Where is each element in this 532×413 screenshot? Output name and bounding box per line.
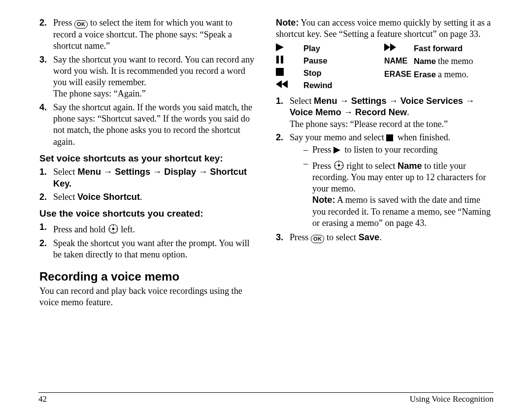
note-paragraph: Note: You can access voice memo quickly … — [276, 17, 493, 40]
text: left. — [121, 224, 135, 234]
text: right to select — [347, 161, 396, 171]
svg-marker-15 — [333, 147, 340, 154]
text: Select — [53, 167, 75, 177]
text: The phone says: “Again.” — [53, 89, 146, 98]
note-label: Note: — [276, 18, 299, 28]
text: the memo — [438, 56, 473, 67]
list-item: 2. Say your memo and select when finishe… — [276, 132, 493, 230]
dash-item: – Press right to select Name to title yo… — [303, 158, 493, 229]
menu-path: Menu → Settings → Voice Services → Voice… — [290, 96, 474, 117]
text: Press and hold — [53, 224, 105, 234]
step-number: 1. — [276, 95, 290, 130]
svg-point-17 — [338, 164, 340, 166]
step-number: 1. — [39, 222, 53, 235]
text: Press right to select Name to title your… — [312, 158, 493, 229]
svg-marker-10 — [276, 80, 282, 88]
stop-icon — [386, 133, 395, 144]
step-number: 1. — [39, 166, 53, 190]
text: Press — [290, 232, 308, 242]
ok-icon: OK — [311, 235, 325, 243]
list-item: 1. Select Menu → Settings → Display → Sh… — [39, 166, 256, 190]
step-number: 2. — [39, 17, 53, 52]
icon-label: Pause — [303, 56, 328, 66]
step-body: Press OK to select Save. — [290, 232, 493, 244]
step-body: Press and hold left. — [53, 222, 256, 235]
svg-marker-11 — [282, 80, 288, 88]
name-text-icon: NAME — [384, 56, 414, 66]
text: when finished. — [398, 132, 450, 142]
ok-icon: OK — [74, 20, 88, 29]
icon-row-pause: Pause — [276, 56, 384, 66]
text: Speak the shortcut you want after the pr… — [53, 238, 250, 259]
heading-recording: Recording a voice memo — [39, 269, 256, 285]
step-number: 2. — [276, 132, 290, 230]
step-body: Say the shortcut you want to record. You… — [53, 54, 256, 100]
text: Say the shortcut you want to record. You… — [53, 55, 254, 88]
svg-point-1 — [112, 228, 114, 230]
step-number: 2. — [39, 191, 53, 203]
columns: 2. Press OK to select the item for which… — [39, 17, 493, 391]
text: Say your memo and select — [290, 132, 384, 142]
text: A memo is saved with the date and time y… — [312, 195, 491, 228]
list-item: 3. Press OK to select Save. — [276, 232, 493, 244]
paragraph: You can record and play back voice recor… — [39, 286, 256, 309]
text: Say the shortcut again. If the words you… — [53, 102, 252, 147]
text: to listen to your recording — [345, 145, 438, 155]
text: Press — [312, 161, 331, 171]
icon-label: Erase — [414, 69, 436, 80]
page: 2. Press OK to select the item for which… — [0, 0, 532, 413]
svg-rect-7 — [276, 56, 279, 64]
text: Select — [53, 192, 75, 202]
list-item: 3. Say the shortcut you want to record. … — [39, 54, 256, 100]
text: a memo. — [438, 69, 468, 80]
icon-col-right: Fast forward NAME Name the memo ERASE Er… — [384, 43, 493, 93]
step-number: 3. — [276, 232, 290, 244]
icon-row-play: Play — [276, 43, 384, 54]
strong-text: Voice Shortcut — [77, 192, 140, 202]
icon-label: Name — [414, 56, 436, 66]
play-icon — [333, 145, 342, 157]
svg-rect-14 — [386, 134, 393, 141]
left-list-3: 1. Press and hold left. 2. Speak the sho… — [39, 222, 256, 260]
nav-icon — [333, 160, 344, 171]
list-item: 2. Speak the shortcut you want after the… — [39, 238, 256, 261]
icon-col-left: Play Pause Stop Rewind — [276, 43, 384, 93]
icon-row-name: NAME Name the memo — [384, 56, 493, 67]
menu-path: Menu → Settings → Display → Shortcut Key… — [53, 167, 247, 188]
icon-label: Play — [303, 43, 320, 54]
step-body: Select Menu → Settings → Display → Short… — [53, 166, 256, 190]
list-item: 1. Select Menu → Settings → Voice Servic… — [276, 95, 493, 130]
list-item: 4. Say the shortcut again. If the words … — [39, 102, 256, 148]
step-number: 4. — [39, 102, 53, 148]
step-number: 3. — [39, 54, 53, 100]
svg-rect-9 — [276, 68, 284, 76]
text: The phone says: “Please record at the to… — [290, 119, 448, 129]
text: to select — [327, 232, 356, 242]
fast-forward-icon — [384, 43, 414, 54]
text: Press to listen to your recording — [312, 144, 437, 157]
step-body: Say the shortcut again. If the words you… — [53, 102, 256, 148]
svg-marker-6 — [276, 43, 284, 51]
subheading-set-shortcuts: Set voice shortcuts as your shortcut key… — [39, 153, 256, 164]
strong-text: Name — [398, 161, 422, 171]
text: Press — [312, 145, 331, 155]
right-list: 1. Select Menu → Settings → Voice Servic… — [276, 95, 493, 244]
list-item: 2. Select Voice Shortcut. — [39, 191, 256, 203]
stop-icon — [276, 68, 303, 78]
rewind-icon — [276, 80, 303, 91]
list-item: 2. Press OK to select the item for which… — [39, 17, 256, 52]
subheading-use-shortcuts: Use the voice shortcuts you created: — [39, 208, 256, 220]
step-number: 2. — [39, 238, 53, 261]
icon-row-stop: Stop — [276, 68, 384, 78]
note-label: Note: — [312, 195, 335, 205]
icon-row-rewind: Rewind — [276, 80, 384, 91]
svg-marker-12 — [384, 43, 390, 51]
step-body: Select Voice Shortcut. — [53, 191, 256, 203]
text: You can access voice memo quickly by set… — [276, 18, 491, 39]
step-body: Speak the shortcut you want after the pr… — [53, 238, 256, 261]
svg-rect-8 — [281, 56, 283, 64]
left-list-1: 2. Press OK to select the item for which… — [39, 17, 256, 148]
right-column: Note: You can access voice memo quickly … — [276, 17, 493, 391]
icon-row-erase: ERASE Erase a memo. — [384, 69, 493, 80]
page-number: 42 — [38, 394, 47, 404]
